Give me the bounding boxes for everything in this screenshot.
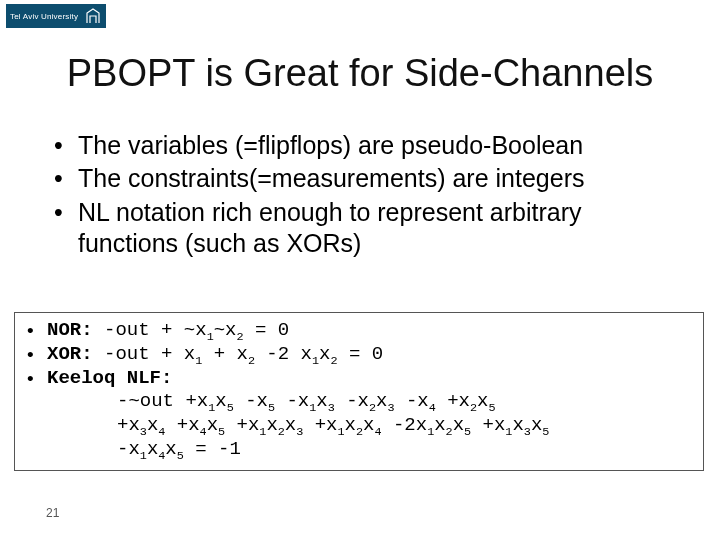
page-number: 21 xyxy=(46,506,59,520)
bullet-item: The variables (=flipflops) are pseudo-Bo… xyxy=(54,130,680,161)
logo-text: Tel Aviv University xyxy=(10,12,78,21)
code-line-keeloq-label: Keeloq NLF: xyxy=(25,367,693,391)
code-line-nor: NOR: -out + ~x1~x2 = 0 xyxy=(25,319,693,343)
bullet-item: The constraints(=measurements) are integ… xyxy=(54,163,680,194)
university-logo: Tel Aviv University xyxy=(6,4,106,28)
logo-emblem-icon xyxy=(84,6,102,26)
body-bullets: The variables (=flipflops) are pseudo-Bo… xyxy=(54,130,680,261)
code-line-xor: XOR: -out + x1 + x2 -2 x1x2 = 0 xyxy=(25,343,693,367)
code-label: Keeloq NLF: xyxy=(47,367,172,389)
bullet-item: NL notation rich enough to represent arb… xyxy=(54,197,680,260)
code-line-keeloq-1: -~out +x1x5 -x5 -x1x3 -x2x3 -x4 +x2x5 xyxy=(25,390,693,414)
code-label: NOR: xyxy=(47,319,93,341)
slide-title: PBOPT is Great for Side-Channels xyxy=(0,52,720,95)
code-expr: -out + x1 + x2 -2 x1x2 = 0 xyxy=(104,343,383,365)
code-line-keeloq-3: -x1x4x5 = -1 xyxy=(25,438,693,462)
code-line-keeloq-2: +x3x4 +x4x5 +x1x2x3 +x1x2x4 -2x1x2x5 +x1… xyxy=(25,414,693,438)
code-label: XOR: xyxy=(47,343,93,365)
code-expr: -out + ~x1~x2 = 0 xyxy=(104,319,289,341)
slide: Tel Aviv University PBOPT is Great for S… xyxy=(0,0,720,540)
code-box: NOR: -out + ~x1~x2 = 0 XOR: -out + x1 + … xyxy=(14,312,704,471)
